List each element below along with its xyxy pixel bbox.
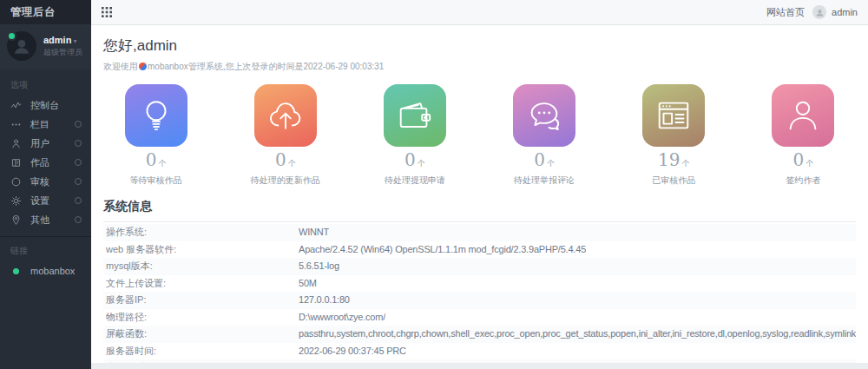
expand-circle-icon	[75, 178, 82, 185]
sidebar-item-other[interactable]: 其他	[0, 210, 91, 229]
browser-icon	[642, 84, 705, 147]
user-icon	[10, 137, 23, 149]
sidebar-item-dashboard[interactable]: 控制台	[0, 96, 91, 115]
expand-circle-icon	[75, 159, 82, 166]
app-window: 管理后台 admin▾ 超级管理员 选项控制台栏目用户作品审核设置其他链接mob…	[0, 0, 868, 369]
system-info-value: passthru,system,chroot,chgrp,chown,shell…	[299, 326, 856, 343]
topbar: 网站首页 admin	[91, 0, 868, 25]
system-info-row: 脚本超时:30秒	[103, 359, 856, 363]
green-dot-icon	[10, 265, 23, 277]
system-info-row: web 服务器软件:Apache/2.4.52 (Win64) OpenSSL/…	[103, 241, 856, 259]
sidebar-item-mobanbox[interactable]: mobanbox	[0, 261, 91, 280]
system-info-label: 脚本超时:	[103, 359, 299, 363]
stat-unit: 个	[547, 159, 555, 168]
stat-unit: 个	[288, 159, 296, 168]
page-title: 您好,admin	[103, 36, 856, 56]
system-info-row: 服务器IP:127.0.0.1:80	[103, 292, 856, 309]
system-info-label: 服务器IP:	[103, 292, 299, 309]
person-icon	[772, 84, 834, 147]
sidebar-section-label: 链接	[0, 237, 91, 261]
expand-circle-icon	[75, 197, 82, 204]
sidebar-item-works[interactable]: 作品	[0, 153, 91, 172]
stat-value: 0个	[793, 151, 814, 172]
stat-card-reviewed-works[interactable]: 19个已审核作品	[609, 84, 739, 187]
sidebar-item-review[interactable]: 审核	[0, 172, 91, 191]
stat-card-signed-authors[interactable]: 0个签约作者	[739, 84, 868, 187]
sidebar-item-label: mobanbox	[30, 266, 82, 276]
system-info-row: 物理路径:D:\wwwroot\zye.com/	[103, 309, 856, 326]
stat-unit: 个	[682, 159, 690, 168]
stat-value: 19个	[658, 151, 689, 172]
system-info-row: 文件上传设置:50M	[103, 275, 856, 293]
dots-icon	[10, 118, 23, 130]
expand-circle-icon	[75, 140, 82, 147]
book-icon	[10, 156, 23, 168]
stat-label: 待处理的更新作品	[251, 175, 320, 187]
avatar	[7, 31, 36, 61]
system-info-value: WINNT	[299, 224, 329, 241]
apps-grid-icon[interactable]	[102, 7, 112, 17]
sidebar-user-box[interactable]: admin▾ 超级管理员	[0, 24, 91, 69]
stat-label: 已审核作品	[652, 175, 695, 187]
stat-unit: 个	[806, 159, 813, 168]
chevron-down-icon: ▾	[73, 37, 76, 45]
wallet-icon	[384, 84, 446, 147]
content-panel: 您好,admin 欢迎使用mobanbox管理系统,您上次登录的时间是2022-…	[91, 25, 868, 363]
sidebar-item-label: 栏目	[30, 118, 75, 131]
stat-label: 待处理提现申请	[385, 175, 445, 187]
system-info-value: D:\wwwroot\zye.com/	[299, 309, 385, 326]
topbar-right: 网站首页 admin	[766, 5, 858, 19]
user-avatar-icon	[812, 5, 826, 19]
sidebar-item-label: 控制台	[30, 99, 82, 112]
stat-card-pending-update-works[interactable]: 0个待处理的更新作品	[220, 84, 350, 187]
pulse-icon	[10, 99, 23, 111]
stat-card-reported-comments[interactable]: 0个待处理举报评论	[480, 84, 609, 187]
system-info-section: 系统信息 操作系统:WINNTweb 服务器软件:Apache/2.4.52 (…	[91, 188, 868, 363]
system-info-value: 127.0.0.1:80	[299, 292, 350, 309]
stat-card-pending-withdrawals[interactable]: 0个待处理提现申请	[350, 84, 479, 187]
welcome-message: 欢迎使用mobanbox管理系统,您上次登录的时间是2022-06-29 00:…	[103, 61, 856, 73]
topbar-username: admin	[832, 7, 858, 17]
main-column: 网站首页 admin 您好,admin 欢迎使用mobanbox管理系统,您上次…	[91, 0, 868, 369]
system-info-value: 2022-06-29 00:37:45 PRC	[299, 343, 406, 360]
stat-value: 0个	[275, 151, 296, 172]
sidebar: 管理后台 admin▾ 超级管理员 选项控制台栏目用户作品审核设置其他链接mob…	[0, 0, 91, 369]
system-info-value: 30秒	[299, 359, 319, 363]
stat-label: 签约作者	[786, 175, 820, 187]
sidebar-item-columns[interactable]: 栏目	[0, 115, 91, 134]
stat-unit: 个	[158, 159, 166, 168]
sidebar-username[interactable]: admin▾	[43, 35, 82, 45]
system-info-label: 服务器时间:	[103, 343, 299, 360]
section-title: 系统信息	[103, 199, 856, 222]
online-status-dot-icon	[7, 31, 16, 41]
sidebar-section-label: 选项	[0, 71, 91, 96]
system-info-label: 屏蔽函数:	[103, 326, 299, 343]
expand-circle-icon	[75, 216, 82, 223]
topbar-user-menu[interactable]: admin	[812, 5, 858, 19]
bulb-icon	[125, 84, 187, 147]
cloud-upload-icon	[254, 84, 317, 147]
system-info-row: mysql版本:5.6.51-log	[103, 258, 856, 275]
site-home-link[interactable]: 网站首页	[766, 6, 805, 19]
pin-icon	[10, 214, 23, 226]
chat-icon	[513, 84, 575, 147]
stat-unit: 个	[418, 159, 425, 168]
stat-card-pending-review-works[interactable]: 0个等待审核作品	[91, 84, 220, 187]
brand-logo-icon	[139, 63, 147, 70]
stat-value: 0个	[404, 151, 425, 172]
system-info-value: 50M	[299, 275, 317, 293]
sidebar-item-users[interactable]: 用户	[0, 134, 91, 153]
system-info-table: 操作系统:WINNTweb 服务器软件:Apache/2.4.52 (Win64…	[103, 224, 856, 363]
greeting-block: 您好,admin 欢迎使用mobanbox管理系统,您上次登录的时间是2022-…	[91, 25, 868, 73]
expand-circle-icon	[75, 121, 82, 128]
sidebar-menu: 选项控制台栏目用户作品审核设置其他链接mobanbox	[0, 69, 91, 369]
system-info-label: mysql版本:	[103, 258, 299, 275]
user-meta: admin▾ 超级管理员	[43, 35, 82, 58]
system-info-label: 物理路径:	[103, 309, 299, 326]
sidebar-user-role: 超级管理员	[43, 47, 82, 58]
system-info-value: Apache/2.4.52 (Win64) OpenSSL/1.1.1m mod…	[299, 241, 586, 259]
app-title: 管理后台	[0, 0, 91, 24]
system-info-row: 操作系统:WINNT	[103, 224, 856, 241]
sidebar-item-settings[interactable]: 设置	[0, 191, 91, 210]
system-info-row: 屏蔽函数:passthru,system,chroot,chgrp,chown,…	[103, 326, 856, 343]
